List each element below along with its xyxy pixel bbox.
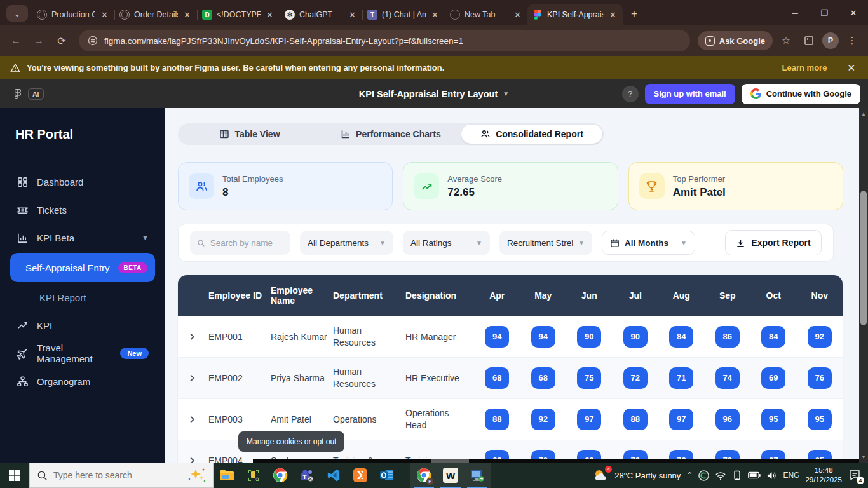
site-settings-icon[interactable] [88,36,98,46]
browser-tab-doctype[interactable]: D <!DOCTYPE htm ✕ [197,4,280,25]
window-minimize-button[interactable]: ─ [780,0,810,25]
taskbar-vscode[interactable] [320,463,347,488]
tray-app-icon[interactable] [698,470,709,481]
cast-icon[interactable] [732,470,742,480]
learn-more-link[interactable]: Learn more [782,63,827,72]
score-pill[interactable]: 94 [485,326,509,348]
score-pill[interactable]: 96 [715,409,740,430]
title-chevron-down-icon[interactable]: ▼ [503,90,509,97]
taskbar-w-app[interactable]: W [437,463,464,488]
score-pill[interactable]: 86 [715,326,740,348]
side-panel-icon[interactable] [799,31,818,50]
export-report-button[interactable]: Export Report [725,230,822,255]
taskbar-snipping-tool[interactable] [240,463,267,488]
score-pill[interactable]: 97 [577,409,601,430]
score-pill[interactable]: 68 [485,367,509,389]
score-pill[interactable]: 84 [761,326,785,348]
search-input[interactable] [210,238,283,248]
tab-close-icon[interactable]: ✕ [265,10,275,20]
bookmark-star-icon[interactable]: ☆ [776,31,796,50]
score-pill[interactable]: 97 [669,409,693,430]
browser-tab-production[interactable]: Production Garm ✕ [32,4,114,25]
sidebar-item-tickets[interactable]: Tickets [10,196,155,224]
url-bar[interactable]: figma.com/make/lagPJSfrP33NJInvOyLdoS/KP… [79,30,690,51]
score-pill[interactable]: 69 [761,367,785,389]
taskbar-search-box[interactable] [29,463,214,488]
figma-logo-icon[interactable] [13,89,23,99]
tab-close-icon[interactable]: ✕ [182,10,192,20]
score-pill[interactable]: 90 [577,326,601,348]
language-indicator[interactable]: ENG [783,471,799,480]
browser-tab-new-tab[interactable]: New Tab ✕ [445,4,527,25]
ratings-dropdown[interactable]: All Ratings ▼ [403,231,490,255]
row-expand-chevron-icon[interactable] [178,415,206,424]
score-pill[interactable]: 84 [669,326,693,348]
tab-close-icon[interactable]: ✕ [608,10,618,20]
back-button[interactable]: ← [6,31,25,50]
taskbar-xampp[interactable] [347,463,374,488]
score-pill[interactable]: 94 [531,326,555,348]
taskbar-file-explorer[interactable] [214,463,240,488]
sidebar-item-self-appraisal[interactable]: Self-Appraisal Entry BETA [10,253,155,282]
row-expand-chevron-icon[interactable] [178,456,206,463]
score-pill[interactable]: 74 [715,367,740,389]
scroll-down-icon[interactable]: ▼ [859,452,868,461]
sidebar-item-kpi-beta[interactable]: KPI Beta ▼ [10,224,155,252]
window-maximize-button[interactable]: ❐ [810,0,839,25]
ask-google-button[interactable]: Ask Google [698,31,773,50]
sidebar-item-organogram[interactable]: Organogram [10,367,155,395]
row-expand-chevron-icon[interactable] [178,374,206,383]
tab-table-view[interactable]: Table View [179,125,320,144]
score-pill[interactable]: 75 [577,367,601,389]
wifi-icon[interactable] [715,471,726,480]
banner-close-icon[interactable]: ✕ [847,62,855,74]
sidebar-item-dashboard[interactable]: Dashboard [10,168,155,196]
tab-close-icon[interactable]: ✕ [100,10,109,20]
browser-tab-chatgpt[interactable]: ✻ ChatGPT ✕ [280,4,362,25]
taskbar-outlook[interactable] [374,463,400,488]
score-pill[interactable]: 68 [531,367,555,389]
taskbar-search-input[interactable] [53,470,155,480]
tray-expand-icon[interactable]: ⌃ [686,471,693,480]
taskbar-chrome[interactable] [267,463,294,488]
scroll-up-icon[interactable]: ▲ [859,109,868,118]
browser-tab-teams-chat[interactable]: T (1) Chat | Anbud ✕ [362,4,445,25]
sidebar-item-kpi-report[interactable]: KPI Report [10,283,155,311]
reload-button[interactable]: ⟳ [52,31,71,50]
vertical-scrollbar-thumb[interactable] [860,191,867,325]
tab-close-icon[interactable]: ✕ [430,10,440,20]
departments-dropdown[interactable]: All Departments ▼ [300,231,393,255]
score-pill[interactable]: 92 [531,409,555,430]
new-tab-button[interactable]: + [625,5,643,23]
sidebar-item-travel-management[interactable]: Travel Management New [10,339,155,367]
score-pill[interactable]: 76 [808,367,832,389]
notification-icon[interactable]: 4 [848,468,862,482]
browser-tab-order-details[interactable]: Order Details ✕ [114,4,197,25]
taskbar-teams[interactable] [294,463,320,488]
browser-tab-kpi-active[interactable]: KPI Self-Apprais ✕ [527,4,623,25]
weather-text[interactable]: 28°C Partly sunny [614,471,681,480]
weather-icon[interactable]: 4 [593,468,609,482]
browser-menu-icon[interactable]: ⋮ [843,31,862,50]
score-pill[interactable]: 72 [623,367,648,389]
taskbar-chrome-active[interactable]: P [410,463,437,488]
battery-icon[interactable] [748,471,761,479]
start-button[interactable] [0,463,29,488]
tab-close-icon[interactable]: ✕ [513,10,522,20]
signup-email-button[interactable]: Sign up with email [645,84,735,104]
vertical-scrollbar[interactable]: ▲ ▼ [859,108,868,463]
window-close-button[interactable]: ✕ [839,0,868,25]
continue-google-button[interactable]: Continue with Google [742,84,860,104]
search-box[interactable] [190,231,290,255]
sidebar-item-kpi[interactable]: KPI [10,311,155,339]
help-button[interactable]: ? [622,86,639,102]
months-dropdown[interactable]: All Months ▼ [602,231,695,255]
tab-close-icon[interactable]: ✕ [348,10,357,20]
tab-performance-charts[interactable]: Performance Charts [320,125,461,144]
score-pill[interactable]: 90 [623,326,648,348]
taskbar-clock[interactable]: 15:48 29/12/2025 [805,466,842,485]
forward-button[interactable]: → [29,31,48,50]
recruitment-dropdown[interactable]: Recruitment Strei ▼ [499,231,592,255]
profile-avatar[interactable]: P [822,32,839,49]
tab-search-button[interactable]: ⌄ [6,5,28,22]
